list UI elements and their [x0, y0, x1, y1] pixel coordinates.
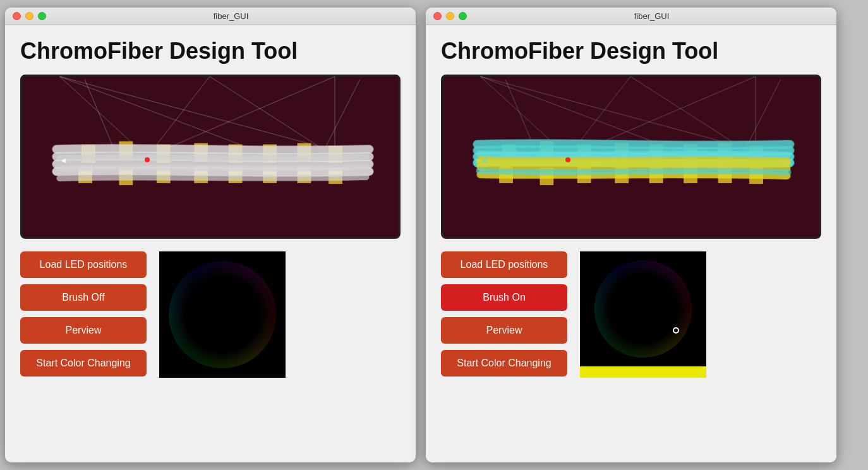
maximize-button-right[interactable]	[459, 12, 467, 20]
app-title-right: ChromoFiber Design Tool	[441, 38, 821, 64]
yellow-bar	[580, 366, 706, 378]
brush-off-button[interactable]: Brush Off	[20, 284, 147, 311]
start-color-button-right[interactable]: Start Color Changing	[441, 350, 567, 377]
fiber-canvas-right	[441, 75, 821, 239]
window-content-right: ChromoFiber Design Tool Load LED positio…	[426, 25, 836, 462]
brush-on-button[interactable]: Brush On	[441, 284, 567, 311]
color-wheel-left[interactable]	[159, 251, 286, 378]
titlebar-right: fiber_GUI	[426, 8, 836, 25]
close-button-left[interactable]	[13, 12, 21, 20]
titlebar-left: fiber_GUI	[5, 8, 416, 25]
minimize-button-right[interactable]	[446, 12, 454, 20]
window-controls-left	[13, 12, 46, 20]
buttons-col-left: Load LED positions Brush Off Perview Sta…	[20, 251, 147, 377]
titlebar-title-right: fiber_GUI	[474, 11, 829, 21]
titlebar-title-left: fiber_GUI	[54, 11, 408, 21]
load-led-button-right[interactable]: Load LED positions	[441, 251, 567, 278]
close-button-right[interactable]	[433, 12, 442, 20]
bottom-section-left: Load LED positions Brush Off Perview Sta…	[20, 251, 401, 450]
window-controls-right	[433, 12, 467, 20]
preview-button-right[interactable]: Perview	[441, 317, 567, 344]
load-led-button-left[interactable]: Load LED positions	[20, 251, 147, 278]
preview-button-left[interactable]: Perview	[20, 317, 147, 344]
color-wheel-right[interactable]	[580, 251, 706, 378]
minimize-button-left[interactable]	[25, 12, 33, 20]
window-right: fiber_GUI ChromoFiber Design Tool Load L…	[426, 8, 836, 462]
start-color-button-left[interactable]: Start Color Changing	[20, 350, 147, 377]
app-title-left: ChromoFiber Design Tool	[20, 38, 401, 64]
maximize-button-left[interactable]	[38, 12, 46, 20]
bottom-section-right: Load LED positions Brush On Perview Star…	[441, 251, 821, 450]
window-content-left: ChromoFiber Design Tool Load LED positio…	[5, 25, 416, 462]
fiber-canvas-left	[20, 75, 401, 239]
window-left: fiber_GUI ChromoFiber Design Tool Load L…	[5, 8, 416, 462]
buttons-col-right: Load LED positions Brush On Perview Star…	[441, 251, 567, 377]
